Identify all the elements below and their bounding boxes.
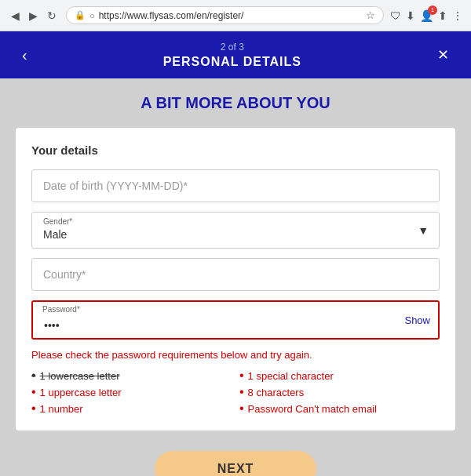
gender-select[interactable]: Male Female Other xyxy=(43,228,428,241)
req-special-bullet: • xyxy=(239,369,244,382)
header-back-button[interactable]: ‹ xyxy=(16,43,34,67)
req-no-email: • Password Can't match email xyxy=(239,403,440,415)
download-icon[interactable]: ⬇ xyxy=(406,9,415,22)
req-special-text: 1 special character xyxy=(248,370,334,382)
requirements-list: • 1 lowercase letter • 1 special charact… xyxy=(31,370,440,415)
req-number-text: 1 number xyxy=(40,403,83,415)
page-heading: A BIT MORE ABOUT YOU xyxy=(141,94,330,112)
error-message: Please check the password requirements b… xyxy=(31,349,440,361)
step-indicator: 2 of 3 xyxy=(34,42,431,53)
menu-icon[interactable]: ⋮ xyxy=(452,9,463,22)
req-uppercase-bullet: • xyxy=(31,386,36,398)
gender-field: Gender* Male Female Other ▼ xyxy=(31,212,440,249)
gender-label: Gender* xyxy=(43,217,428,226)
header-center: 2 of 3 PERSONAL DETAILS xyxy=(34,42,431,69)
profile-badge: 1 xyxy=(428,5,437,15)
forward-button[interactable]: ▶ xyxy=(26,8,41,24)
req-length-bullet: • xyxy=(239,386,244,398)
gender-select-group: Gender* Male Female Other xyxy=(31,212,440,249)
country-field xyxy=(31,258,440,291)
req-uppercase: • 1 uppercase letter xyxy=(31,387,232,398)
req-no-email-text: Password Can't match email xyxy=(248,403,377,415)
profile-icon[interactable]: 👤 1 xyxy=(420,9,433,22)
country-input[interactable] xyxy=(31,258,440,291)
dot-icon: ○ xyxy=(89,11,95,20)
main-content: A BIT MORE ABOUT YOU Your details Gender… xyxy=(0,78,471,476)
req-number: • 1 number xyxy=(31,403,232,415)
next-button[interactable]: NEXT xyxy=(155,451,317,476)
next-button-wrapper: NEXT xyxy=(16,451,455,476)
req-lowercase-bullet: • xyxy=(31,369,36,382)
address-bar[interactable]: 🔒 ○ https://www.flysas.com/en/register/ … xyxy=(66,6,384,24)
page-header: ‹ 2 of 3 PERSONAL DETAILS ✕ xyxy=(0,31,471,78)
close-button[interactable]: ✕ xyxy=(431,43,455,67)
req-lowercase: • 1 lowercase letter xyxy=(31,370,232,382)
req-no-email-bullet: • xyxy=(239,402,244,415)
req-number-bullet: • xyxy=(31,402,36,415)
lock-icon: 🔒 xyxy=(75,10,86,20)
page-title: PERSONAL DETAILS xyxy=(34,55,431,69)
back-button[interactable]: ◀ xyxy=(8,8,23,24)
section-title: Your details xyxy=(31,144,440,157)
req-special: • 1 special character xyxy=(239,370,440,382)
req-length: • 8 characters xyxy=(239,387,440,398)
form-card: Your details Gender* Male Female Other ▼ xyxy=(16,128,455,431)
browser-toolbar: ◀ ▶ ↻ 🔒 ○ https://www.flysas.com/en/regi… xyxy=(0,0,471,31)
show-password-button[interactable]: Show xyxy=(404,314,430,326)
dob-field xyxy=(31,169,440,202)
url-text: https://www.flysas.com/en/register/ xyxy=(99,10,362,21)
password-input[interactable] xyxy=(31,300,440,340)
share-icon[interactable]: ⬆ xyxy=(438,9,447,22)
password-field: Password* Show xyxy=(31,300,440,340)
shield-icon[interactable]: 🛡 xyxy=(390,9,401,22)
star-icon: ☆ xyxy=(366,9,375,21)
req-lowercase-text: 1 lowercase letter xyxy=(40,370,120,382)
refresh-button[interactable]: ↻ xyxy=(44,8,60,24)
req-length-text: 8 characters xyxy=(248,387,305,398)
browser-actions: 🛡 ⬇ 👤 1 ⬆ ⋮ xyxy=(390,9,463,22)
dob-input[interactable] xyxy=(31,169,440,202)
req-uppercase-text: 1 uppercase letter xyxy=(40,387,122,398)
password-wrapper: Password* Show xyxy=(31,300,440,340)
nav-buttons: ◀ ▶ ↻ xyxy=(8,8,60,24)
